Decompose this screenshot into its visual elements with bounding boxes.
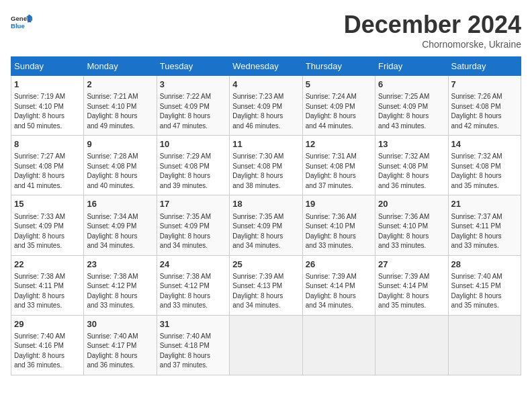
day-number: 5 <box>306 79 372 91</box>
day-cell: 2Sunrise: 7:21 AMSunset: 4:10 PMDaylight… <box>84 76 157 136</box>
day-cell: 7Sunrise: 7:26 AMSunset: 4:08 PMDaylight… <box>448 76 521 136</box>
day-cell: 26Sunrise: 7:39 AMSunset: 4:14 PMDayligh… <box>302 255 375 315</box>
day-cell: 1Sunrise: 7:19 AMSunset: 4:10 PMDaylight… <box>11 76 84 136</box>
day-info: Sunrise: 7:34 AMSunset: 4:09 PMDaylight:… <box>87 212 153 251</box>
day-cell: 9Sunrise: 7:28 AMSunset: 4:08 PMDaylight… <box>84 136 157 195</box>
month-title: December 2024 <box>344 11 521 39</box>
day-cell: 20Sunrise: 7:36 AMSunset: 4:10 PMDayligh… <box>375 195 448 255</box>
day-cell <box>230 315 302 375</box>
day-cell: 23Sunrise: 7:38 AMSunset: 4:12 PMDayligh… <box>84 255 157 315</box>
day-number: 23 <box>87 259 153 271</box>
day-number: 21 <box>451 198 518 210</box>
day-info: Sunrise: 7:40 AMSunset: 4:15 PMDaylight:… <box>451 272 518 311</box>
page-header: General Blue December 2024 Chornomorske,… <box>11 11 521 50</box>
day-number: 19 <box>306 198 372 210</box>
day-number: 17 <box>160 198 226 210</box>
day-cell: 6Sunrise: 7:25 AMSunset: 4:09 PMDaylight… <box>375 76 448 136</box>
day-cell: 24Sunrise: 7:38 AMSunset: 4:12 PMDayligh… <box>157 255 229 315</box>
day-cell: 3Sunrise: 7:22 AMSunset: 4:09 PMDaylight… <box>157 76 229 136</box>
day-cell: 15Sunrise: 7:33 AMSunset: 4:09 PMDayligh… <box>11 195 84 255</box>
header-row: SundayMondayTuesdayWednesdayThursdayFrid… <box>11 57 521 76</box>
day-number: 10 <box>160 138 226 150</box>
day-cell: 25Sunrise: 7:39 AMSunset: 4:13 PMDayligh… <box>230 255 302 315</box>
day-cell: 17Sunrise: 7:35 AMSunset: 4:09 PMDayligh… <box>157 195 229 255</box>
location-subtitle: Chornomorske, Ukraine <box>344 39 521 50</box>
day-info: Sunrise: 7:39 AMSunset: 4:14 PMDaylight:… <box>306 272 372 311</box>
day-info: Sunrise: 7:21 AMSunset: 4:10 PMDaylight:… <box>87 92 153 131</box>
week-row-3: 15Sunrise: 7:33 AMSunset: 4:09 PMDayligh… <box>11 195 521 255</box>
day-cell: 4Sunrise: 7:23 AMSunset: 4:09 PMDaylight… <box>230 76 302 136</box>
day-cell: 5Sunrise: 7:24 AMSunset: 4:09 PMDaylight… <box>302 76 375 136</box>
day-info: Sunrise: 7:38 AMSunset: 4:11 PMDaylight:… <box>14 272 81 311</box>
day-cell <box>448 315 521 375</box>
svg-text:Blue: Blue <box>11 22 25 30</box>
day-cell: 30Sunrise: 7:40 AMSunset: 4:17 PMDayligh… <box>84 315 157 375</box>
day-info: Sunrise: 7:40 AMSunset: 4:17 PMDaylight:… <box>87 332 153 371</box>
day-info: Sunrise: 7:27 AMSunset: 4:08 PMDaylight:… <box>14 152 81 191</box>
day-info: Sunrise: 7:29 AMSunset: 4:08 PMDaylight:… <box>160 152 226 191</box>
col-header-thursday: Thursday <box>302 57 375 76</box>
col-header-tuesday: Tuesday <box>157 57 229 76</box>
day-cell: 8Sunrise: 7:27 AMSunset: 4:08 PMDaylight… <box>11 136 84 195</box>
col-header-friday: Friday <box>375 57 448 76</box>
day-number: 13 <box>378 138 445 150</box>
day-number: 12 <box>306 138 372 150</box>
day-cell: 14Sunrise: 7:32 AMSunset: 4:08 PMDayligh… <box>448 136 521 195</box>
day-info: Sunrise: 7:24 AMSunset: 4:09 PMDaylight:… <box>306 92 372 131</box>
day-cell: 21Sunrise: 7:37 AMSunset: 4:11 PMDayligh… <box>448 195 521 255</box>
day-number: 15 <box>14 198 81 210</box>
day-info: Sunrise: 7:37 AMSunset: 4:11 PMDaylight:… <box>451 212 518 251</box>
day-number: 8 <box>14 138 81 150</box>
day-info: Sunrise: 7:33 AMSunset: 4:09 PMDaylight:… <box>14 212 81 251</box>
day-number: 30 <box>87 318 153 330</box>
day-cell <box>375 315 448 375</box>
col-header-monday: Monday <box>84 57 157 76</box>
day-number: 1 <box>14 79 81 91</box>
day-number: 22 <box>14 259 81 271</box>
day-info: Sunrise: 7:39 AMSunset: 4:14 PMDaylight:… <box>378 272 445 311</box>
day-number: 20 <box>378 198 445 210</box>
day-cell: 18Sunrise: 7:35 AMSunset: 4:09 PMDayligh… <box>230 195 302 255</box>
col-header-sunday: Sunday <box>11 57 84 76</box>
day-info: Sunrise: 7:32 AMSunset: 4:08 PMDaylight:… <box>378 152 445 191</box>
day-cell: 22Sunrise: 7:38 AMSunset: 4:11 PMDayligh… <box>11 255 84 315</box>
day-cell <box>302 315 375 375</box>
col-header-wednesday: Wednesday <box>230 57 302 76</box>
day-cell: 29Sunrise: 7:40 AMSunset: 4:16 PMDayligh… <box>11 315 84 375</box>
day-info: Sunrise: 7:19 AMSunset: 4:10 PMDaylight:… <box>14 92 81 131</box>
logo-svg: General Blue <box>11 11 32 35</box>
day-number: 9 <box>87 138 153 150</box>
day-number: 2 <box>87 79 153 91</box>
week-row-4: 22Sunrise: 7:38 AMSunset: 4:11 PMDayligh… <box>11 255 521 315</box>
day-number: 14 <box>451 138 518 150</box>
day-info: Sunrise: 7:23 AMSunset: 4:09 PMDaylight:… <box>232 92 299 131</box>
day-number: 6 <box>378 79 445 91</box>
day-info: Sunrise: 7:36 AMSunset: 4:10 PMDaylight:… <box>306 212 372 251</box>
day-cell: 16Sunrise: 7:34 AMSunset: 4:09 PMDayligh… <box>84 195 157 255</box>
day-number: 28 <box>451 259 518 271</box>
day-info: Sunrise: 7:40 AMSunset: 4:16 PMDaylight:… <box>14 332 81 371</box>
day-number: 11 <box>232 138 299 150</box>
day-info: Sunrise: 7:22 AMSunset: 4:09 PMDaylight:… <box>160 92 226 131</box>
day-cell: 31Sunrise: 7:40 AMSunset: 4:18 PMDayligh… <box>157 315 229 375</box>
day-info: Sunrise: 7:35 AMSunset: 4:09 PMDaylight:… <box>160 212 226 251</box>
day-info: Sunrise: 7:26 AMSunset: 4:08 PMDaylight:… <box>451 92 518 131</box>
day-info: Sunrise: 7:30 AMSunset: 4:08 PMDaylight:… <box>232 152 299 191</box>
day-info: Sunrise: 7:28 AMSunset: 4:08 PMDaylight:… <box>87 152 153 191</box>
week-row-5: 29Sunrise: 7:40 AMSunset: 4:16 PMDayligh… <box>11 315 521 375</box>
calendar-table: SundayMondayTuesdayWednesdayThursdayFrid… <box>11 56 521 375</box>
day-number: 26 <box>306 259 372 271</box>
day-info: Sunrise: 7:38 AMSunset: 4:12 PMDaylight:… <box>160 272 226 311</box>
day-cell: 19Sunrise: 7:36 AMSunset: 4:10 PMDayligh… <box>302 195 375 255</box>
day-info: Sunrise: 7:25 AMSunset: 4:09 PMDaylight:… <box>378 92 445 131</box>
day-info: Sunrise: 7:32 AMSunset: 4:08 PMDaylight:… <box>451 152 518 191</box>
logo: General Blue <box>11 11 32 35</box>
day-info: Sunrise: 7:35 AMSunset: 4:09 PMDaylight:… <box>232 212 299 251</box>
col-header-saturday: Saturday <box>448 57 521 76</box>
day-cell: 28Sunrise: 7:40 AMSunset: 4:15 PMDayligh… <box>448 255 521 315</box>
day-number: 31 <box>160 318 226 330</box>
day-info: Sunrise: 7:39 AMSunset: 4:13 PMDaylight:… <box>232 272 299 311</box>
day-cell: 13Sunrise: 7:32 AMSunset: 4:08 PMDayligh… <box>375 136 448 195</box>
day-cell: 10Sunrise: 7:29 AMSunset: 4:08 PMDayligh… <box>157 136 229 195</box>
day-number: 25 <box>232 259 299 271</box>
